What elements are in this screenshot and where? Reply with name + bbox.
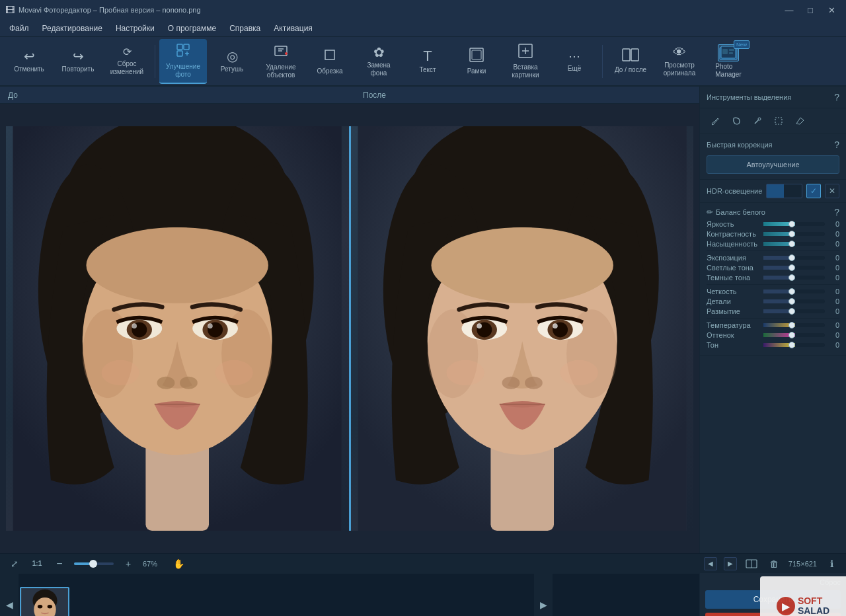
brush-select-button[interactable] [705, 112, 725, 130]
details-slider[interactable] [763, 299, 825, 303]
selection-tools-help-button[interactable]: ? [834, 92, 839, 102]
svg-rect-10 [325, 50, 334, 59]
prev-image-button[interactable]: ◀ [704, 557, 717, 570]
filmstrip-next-button[interactable]: ▶ [534, 574, 553, 616]
menu-about[interactable]: О программе [161, 22, 223, 35]
menu-file[interactable]: Файл [3, 22, 36, 35]
svg-rect-2 [177, 51, 182, 56]
info-button[interactable]: ℹ [824, 556, 839, 572]
hdr-cancel-button[interactable]: ✕ [825, 184, 839, 198]
saturation-value: 0 [827, 240, 839, 248]
undo-button[interactable]: ↩ Отменить [5, 39, 53, 84]
menu-activate[interactable]: Активация [267, 22, 319, 35]
maximize-button[interactable]: □ [801, 3, 820, 17]
saturation-slider[interactable] [763, 242, 825, 246]
zoom-slider[interactable] [74, 562, 114, 565]
autoimprove-button[interactable]: Автоулучшение [707, 155, 839, 174]
rect-select-button[interactable] [769, 112, 788, 130]
lasso-select-button[interactable] [726, 112, 746, 130]
exposure-row: Экспозиция 0 [707, 254, 839, 262]
blur-label: Размытие [707, 307, 761, 315]
quick-correction-help-button[interactable]: ? [834, 139, 839, 150]
before-panel [6, 126, 348, 531]
eyedropper-select-button[interactable] [748, 112, 767, 130]
before-after-button[interactable]: До / после [607, 39, 654, 84]
svg-rect-20 [722, 49, 728, 54]
contrast-row: Контрастность 0 [707, 230, 839, 238]
sharpness-label: Четкость [707, 288, 761, 295]
label-before: До [0, 91, 350, 100]
svg-rect-17 [631, 49, 638, 61]
svg-point-63 [553, 323, 558, 328]
wb-title: Баланс белого [716, 208, 765, 216]
thumbnail-item[interactable] [20, 587, 69, 617]
highlights-slider[interactable] [763, 266, 825, 270]
insert-button[interactable]: Вставкакартинки [502, 39, 549, 84]
text-icon: T [423, 49, 432, 63]
main-area: До После [0, 87, 846, 553]
view-original-button[interactable]: 👁 Просмотроригинала [656, 39, 703, 84]
sharpness-slider[interactable] [763, 289, 825, 293]
tone-slider[interactable] [763, 343, 825, 347]
redo-button[interactable]: ↪ Повторить [54, 39, 102, 84]
contrast-slider[interactable] [763, 232, 825, 236]
svg-rect-0 [177, 44, 182, 50]
exposure-slider[interactable] [763, 256, 825, 260]
text-button[interactable]: T Текст [404, 39, 451, 84]
titlebar-title: Movavi Фоторедактор – Пробная версия – n… [19, 6, 201, 14]
erase-select-button[interactable] [790, 112, 810, 130]
before-photo [6, 126, 348, 531]
fullscreen-button[interactable]: ⤢ [7, 556, 22, 572]
view-original-label: Просмотроригинала [664, 61, 695, 77]
quick-correction-section: Быстрая коррекция ? Автоулучшение [700, 134, 846, 180]
svg-point-36 [132, 323, 137, 328]
hdr-slider[interactable] [766, 184, 802, 198]
titlebar-controls[interactable]: — □ ✕ [780, 3, 841, 17]
retouch-icon: ◎ [227, 50, 238, 63]
hdr-confirm-button[interactable]: ✓ [806, 184, 821, 198]
label-after: После [350, 91, 699, 100]
menu-help[interactable]: Справка [223, 22, 267, 35]
brightness-slider[interactable] [763, 222, 825, 226]
selection-tools-title: Инструменты выделения [707, 93, 791, 101]
zoom-in-button[interactable]: + [120, 556, 136, 572]
remove-objects-icon [273, 43, 289, 61]
undo-label: Отменить [14, 65, 44, 73]
crop-button[interactable]: Обрезка [306, 39, 354, 84]
next-image-button[interactable]: ▶ [724, 557, 737, 570]
details-label: Детали [707, 297, 761, 305]
retouch-button[interactable]: ◎ Ретушь [208, 39, 256, 84]
remove-objects-button[interactable]: Удалениеобъектов [257, 39, 305, 84]
svg-point-44 [102, 360, 139, 385]
images-container [0, 104, 699, 553]
hdr-section: HDR-освещение ✓ ✕ [700, 180, 846, 203]
reset-button[interactable]: ⟳ Сбросизменений [103, 39, 151, 84]
wb-section: ✏ Баланс белого ? Яркость 0 Контрастност… [700, 203, 846, 356]
filmstrip-prev-button[interactable]: ◀ [0, 574, 19, 616]
hand-tool-button[interactable]: ✋ [171, 556, 186, 572]
shadows-slider[interactable] [763, 276, 825, 280]
menu-edit[interactable]: Редактирование [36, 22, 109, 35]
photo-manager-button[interactable]: New PhotoManager [705, 39, 752, 84]
close-button[interactable]: ✕ [822, 3, 841, 17]
replace-bg-button[interactable]: ✿ Заменафона [355, 39, 403, 84]
frames-button[interactable]: Рамки [453, 39, 500, 84]
enhance-button[interactable]: Улучшениефото [159, 39, 207, 84]
after-photo [351, 126, 693, 531]
toolbar: ↩ Отменить ↪ Повторить ⟳ Сбросизменений … [0, 37, 846, 87]
actual-size-button[interactable]: 1:1 [29, 556, 45, 572]
minimize-button[interactable]: — [780, 3, 798, 17]
gallery-view-button[interactable] [744, 556, 759, 572]
tint-value: 0 [827, 331, 839, 339]
blur-slider[interactable] [763, 309, 825, 313]
svg-rect-21 [729, 49, 734, 51]
wb-help-button[interactable]: ? [834, 207, 839, 217]
more-button[interactable]: ⋯ Ещё [551, 39, 598, 84]
temperature-slider[interactable] [763, 323, 825, 327]
menu-settings[interactable]: Настройки [109, 22, 161, 35]
tint-slider[interactable] [763, 333, 825, 337]
before-after-label: До / после [615, 66, 646, 74]
zoom-out-button[interactable]: − [52, 556, 67, 572]
before-after-icon [622, 48, 639, 63]
delete-button[interactable]: 🗑 [766, 556, 782, 572]
